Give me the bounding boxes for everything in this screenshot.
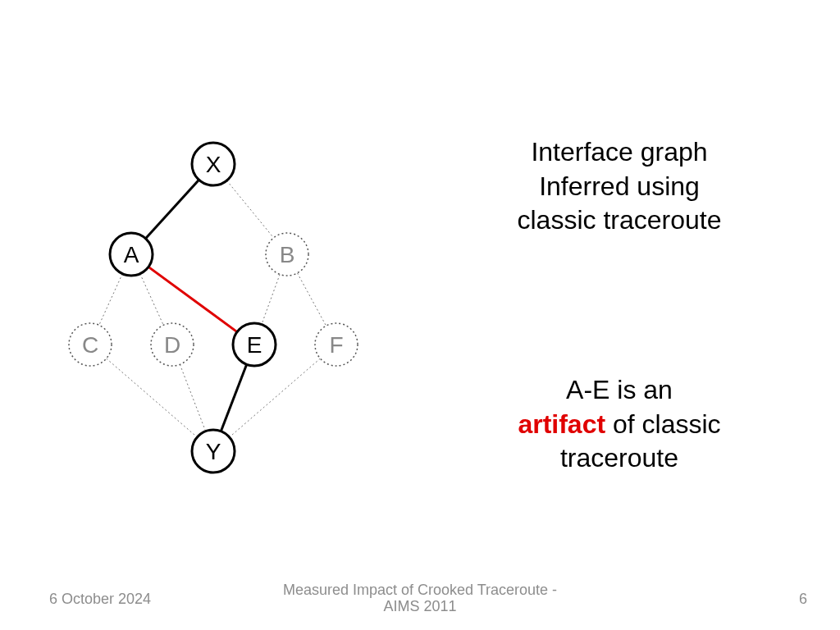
caption-line-3: traceroute	[443, 441, 796, 476]
graph-nodes: XABCDEFY	[69, 143, 358, 472]
caption-red: artifact	[518, 409, 605, 439]
edge-B-F	[297, 273, 326, 326]
title-block: Interface graph Inferred using classic t…	[443, 135, 796, 238]
caption-post: of classic	[605, 409, 720, 439]
node-label-Y: Y	[206, 439, 221, 464]
node-label-E: E	[247, 332, 262, 358]
edge-D-Y	[180, 364, 205, 431]
footer-title: Measured Impact of Crooked Traceroute - …	[0, 582, 840, 615]
title-line-3: classic traceroute	[443, 203, 796, 238]
graph-edges	[99, 180, 326, 437]
node-label-X: X	[206, 152, 221, 177]
footer-page: 6	[799, 591, 807, 608]
edge-C-Y	[107, 358, 198, 437]
edge-X-B	[226, 180, 273, 238]
graph-diagram: XABCDEFY	[49, 131, 394, 492]
title-line-2: Inferred using	[443, 170, 796, 204]
slide: XABCDEFY Interface graph Inferred using …	[0, 0, 840, 630]
edge-X-A	[145, 180, 199, 239]
caption-block: A-E is an artifact of classic traceroute	[443, 373, 796, 476]
node-label-A: A	[124, 242, 139, 267]
caption-line-2: artifact of classic	[443, 408, 796, 442]
caption-line-1: A-E is an	[443, 373, 796, 408]
edge-E-Y	[221, 364, 246, 431]
edge-A-D	[140, 274, 163, 326]
edge-A-E	[148, 267, 237, 331]
edge-A-C	[99, 274, 122, 326]
edge-B-E	[262, 274, 280, 324]
title-line-1: Interface graph	[443, 135, 796, 170]
node-label-C: C	[82, 332, 98, 358]
node-label-B: B	[280, 242, 295, 267]
node-label-D: D	[164, 332, 180, 358]
edge-F-Y	[230, 358, 321, 437]
footer: 6 October 2024 Measured Impact of Crooke…	[0, 582, 840, 615]
node-label-F: F	[329, 332, 343, 358]
